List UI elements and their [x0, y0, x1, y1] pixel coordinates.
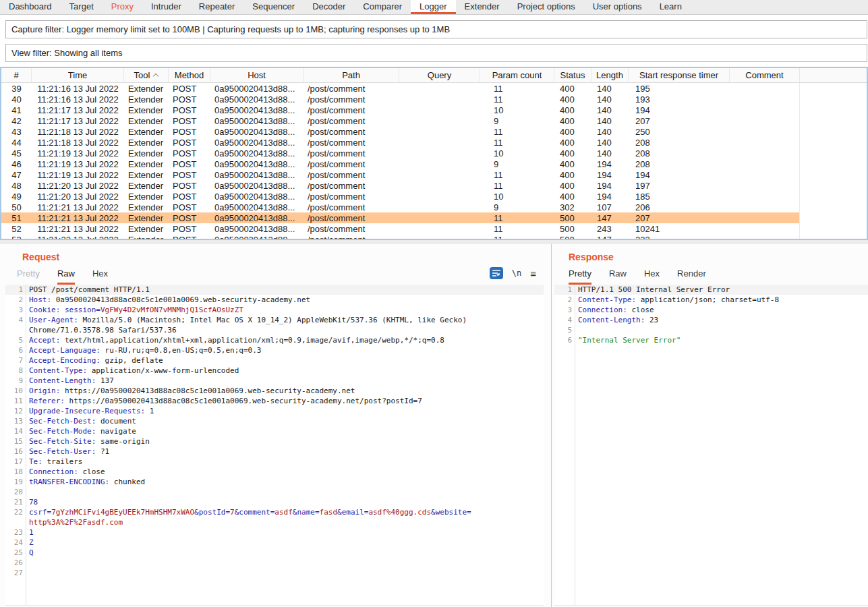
cell-tool: Extender	[124, 148, 169, 158]
col-header-status[interactable]: Status	[554, 68, 591, 82]
table-row[interactable]: 4711:21:19 13 Jul 2022ExtenderPOST0a9500…	[1, 169, 867, 180]
cell-host: 0a9500020413d88...	[210, 180, 303, 191]
line-text: Sec-Fetch-User: ?1	[23, 446, 109, 457]
table-row[interactable]: 5311:21:22 13 Jul 2022ExtenderPOST0a9500…	[1, 234, 867, 240]
cell-param-count: 11	[480, 83, 554, 94]
cell-filler	[800, 83, 867, 94]
line-text: Cookie: session=VgFWy4D2vMfON7vMNMhjQ1Sc…	[23, 305, 243, 315]
line-number: 25	[5, 548, 23, 558]
main-tab-repeater[interactable]: Repeater	[190, 0, 243, 14]
cell-path: /post/comment	[303, 212, 399, 223]
cell-method: POST	[169, 234, 210, 240]
response-tab-raw[interactable]: Raw	[609, 268, 627, 285]
cell-status: 400	[554, 105, 591, 115]
table-row[interactable]: 4311:21:18 13 Jul 2022ExtenderPOST0a9500…	[1, 126, 867, 137]
main-tab-extender[interactable]: Extender	[456, 0, 509, 14]
col-header--[interactable]: #	[1, 68, 32, 82]
editor-line: 16Sec-Fetch-User: ?1	[5, 446, 544, 457]
response-title: Response	[552, 244, 868, 262]
table-row[interactable]: 5211:21:21 13 Jul 2022ExtenderPOST0a9500…	[1, 223, 867, 234]
table-row[interactable]: 4911:21:20 13 Jul 2022ExtenderPOST0a9500…	[1, 191, 867, 202]
response-tab-pretty[interactable]: Pretty	[569, 268, 591, 285]
cell-start-response-timer: 185	[629, 191, 730, 202]
main-tab-proxy[interactable]: Proxy	[103, 0, 142, 14]
main-tab-intruder[interactable]: Intruder	[142, 0, 190, 14]
cell-host: 0a9500020413d88...	[210, 212, 303, 223]
cell-time: 11:21:18 13 Jul 2022	[32, 126, 124, 137]
request-tab-hex[interactable]: Hex	[92, 268, 108, 285]
response-tab-hex[interactable]: Hex	[644, 268, 660, 285]
col-header-time[interactable]: Time	[32, 68, 124, 82]
cell-status: 400	[554, 94, 591, 105]
table-row[interactable]: 3911:21:16 13 Jul 2022ExtenderPOST0a9500…	[1, 83, 867, 94]
logger-table-body[interactable]: 3911:21:16 13 Jul 2022ExtenderPOST0a9500…	[1, 83, 867, 240]
line-number	[5, 517, 23, 527]
line-text: Referer: https://0a9500020413d88ac08c5c1…	[23, 396, 422, 406]
view-filter-text: View filter: Showing all items	[11, 48, 123, 58]
request-tab-raw[interactable]: Raw	[57, 268, 75, 285]
table-row[interactable]: 4211:21:17 13 Jul 2022ExtenderPOST0a9500…	[1, 115, 867, 126]
cell-query	[399, 115, 480, 126]
cell-start-response-timer: 208	[629, 148, 730, 158]
cell-filler	[800, 158, 867, 169]
main-tab-user-options[interactable]: User options	[584, 0, 651, 14]
table-row[interactable]: 4411:21:18 13 Jul 2022ExtenderPOST0a9500…	[1, 137, 867, 148]
line-text: Z	[23, 538, 34, 548]
cell-method: POST	[169, 148, 210, 158]
cell-query	[399, 105, 480, 115]
col-header-start-response-timer[interactable]: Start response timer	[629, 68, 730, 82]
col-header-length[interactable]: Length	[591, 68, 629, 82]
cell-filler	[800, 202, 867, 212]
main-tab-comparer[interactable]: Comparer	[354, 0, 411, 14]
view-filter-bar[interactable]: View filter: Showing all items	[5, 44, 867, 62]
col-header-comment[interactable]: Comment	[730, 68, 800, 82]
editor-line: 5Accept: text/html,application/xhtml+xml…	[5, 335, 544, 345]
cell-length: 147	[591, 212, 629, 223]
line-text: "Internal Server Error"	[572, 335, 681, 345]
cell-comment	[730, 126, 800, 137]
col-header-label: Param count	[492, 70, 542, 80]
cell-tool: Extender	[124, 180, 169, 191]
main-tab-learn[interactable]: Learn	[651, 0, 691, 14]
table-row[interactable]: 4511:21:19 13 Jul 2022ExtenderPOST0a9500…	[1, 148, 867, 158]
col-header-query[interactable]: Query	[399, 68, 480, 82]
table-row[interactable]: 4611:21:19 13 Jul 2022ExtenderPOST0a9500…	[1, 158, 867, 169]
col-header-tool[interactable]: Tool	[124, 68, 169, 82]
col-header-path[interactable]: Path	[303, 68, 399, 82]
line-number: 18	[5, 467, 23, 477]
cell-param-count: 11	[480, 94, 554, 105]
table-row[interactable]: 4011:21:16 13 Jul 2022ExtenderPOST0a9500…	[1, 94, 867, 105]
newline-characters-toggle-button[interactable]: \n	[512, 268, 521, 278]
col-header-host[interactable]: Host	[210, 68, 303, 82]
table-row[interactable]: 5111:21:21 13 Jul 2022ExtenderPOST0a9500…	[1, 212, 867, 223]
response-tab-render[interactable]: Render	[677, 268, 706, 285]
word-wrap-toggle-button[interactable]	[490, 267, 503, 279]
request-tab-pretty[interactable]: Pretty	[17, 268, 40, 285]
col-header-param-count[interactable]: Param count	[480, 68, 554, 82]
request-editor[interactable]: 1POST /post/comment HTTP/1.12Host: 0a950…	[5, 285, 544, 606]
table-row[interactable]: 5011:21:21 13 Jul 2022ExtenderPOST0a9500…	[1, 202, 867, 212]
line-number	[5, 325, 23, 335]
line-number: 16	[5, 446, 23, 457]
main-tab-project-options[interactable]: Project options	[509, 0, 584, 14]
capture-filter-bar[interactable]: Capture filter: Logger memory limit set …	[5, 20, 867, 38]
main-tab-decoder[interactable]: Decoder	[303, 0, 354, 14]
cell-filler	[800, 105, 867, 115]
cell-status: 500	[554, 223, 591, 234]
table-row[interactable]: 4811:21:20 13 Jul 2022ExtenderPOST0a9500…	[1, 180, 867, 191]
editor-menu-button[interactable]: ≡	[530, 268, 536, 279]
cell-tool: Extender	[124, 126, 169, 137]
response-tabs: PrettyRawHexRender	[552, 262, 868, 285]
col-header-method[interactable]: Method	[169, 68, 210, 82]
main-tab-logger[interactable]: Logger	[411, 0, 455, 14]
cell-id: 46	[1, 158, 32, 169]
cell-host: 0a9500020413d88...	[210, 223, 303, 234]
main-tab-target[interactable]: Target	[61, 0, 103, 14]
cell-comment	[730, 83, 800, 94]
main-tab-sequencer[interactable]: Sequencer	[243, 0, 303, 14]
response-editor[interactable]: 1HTTP/1.1 500 Internal Server Error2Cont…	[554, 285, 868, 606]
cell-filler	[800, 126, 867, 137]
table-row[interactable]: 4111:21:17 13 Jul 2022ExtenderPOST0a9500…	[1, 105, 867, 115]
main-tab-dashboard[interactable]: Dashboard	[0, 0, 61, 14]
editor-line: 10Origin: https://0a9500020413d88ac08c5c…	[5, 386, 544, 396]
